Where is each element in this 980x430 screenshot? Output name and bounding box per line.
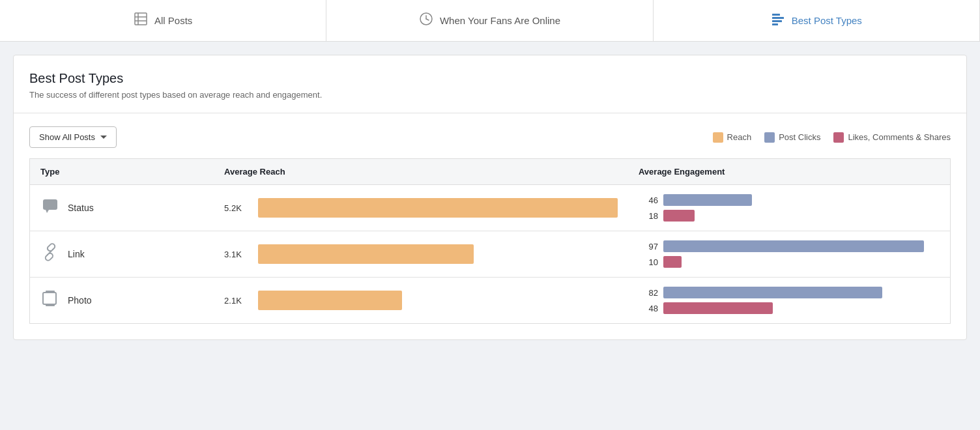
clicks-row: 82 [639,287,940,298]
likes-color-swatch [833,132,844,143]
table-row: Status 5.2K 46 18 [30,185,951,231]
legend-likes-comments-shares: Likes, Comments & Shares [833,132,951,143]
toolbar: Show All Posts Reach Post Clicks Likes, … [29,126,951,148]
show-all-posts-button[interactable]: Show All Posts [29,126,117,148]
reach-bar [258,198,618,218]
svg-rect-16 [46,304,55,306]
clicks-bar [663,194,752,206]
table-body: Status 5.2K 46 18 Link [30,185,951,324]
likes-row: 10 [639,256,940,268]
engagement-cell-link: 97 10 [628,231,951,278]
tab-best-post-types-label: Best Post Types [792,15,862,26]
tab-best-post-types[interactable]: Best Post Types [654,0,980,41]
engagement-cell-photo: 82 48 [628,278,951,324]
clicks-value: 97 [639,242,658,251]
type-cell-status: Status [30,185,214,231]
likes-row: 18 [639,210,940,222]
type-label: Status [68,203,94,213]
reach-cell-inner: 2.1K [224,291,618,310]
svg-rect-0 [135,13,147,25]
engagement-cell-inner: 97 10 [639,240,940,268]
type-cell-link: Link [30,231,214,278]
reach-value: 2.1K [224,296,250,306]
clicks-bar [663,240,924,252]
best-post-types-card: Best Post Types The success of different… [13,55,967,340]
engagement-cell-inner: 82 48 [639,287,940,314]
likes-bar [663,302,773,314]
card-subtitle: The success of different post types base… [29,90,951,100]
photo-icon [40,289,60,311]
reach-cell-inner: 5.2K [224,198,618,218]
reach-bar-container [258,198,618,218]
reach-color-swatch [713,132,723,143]
reach-cell-status: 5.2K [214,185,628,231]
main-content: Best Post Types The success of different… [0,42,980,353]
col-type: Type [30,159,214,185]
type-cell-inner: Photo [40,289,203,311]
col-avg-reach: Average Reach [214,159,628,185]
link-icon [40,243,60,265]
reach-cell-inner: 3.1K [224,244,618,264]
data-table: Type Average Reach Average Engagement St… [29,158,951,324]
engagement-cell-inner: 46 18 [639,194,940,222]
svg-rect-14 [43,293,56,304]
likes-value: 18 [639,211,658,221]
type-label: Link [68,249,85,259]
card-title: Best Post Types [29,71,951,86]
reach-cell-link: 3.1K [214,231,628,278]
speech-icon [40,197,60,219]
table-header-row: Type Average Reach Average Engagement [30,159,951,185]
reach-bar [258,291,402,310]
col-avg-engagement: Average Engagement [628,159,951,185]
svg-rect-15 [46,291,55,293]
type-cell-inner: Link [40,243,203,265]
svg-rect-7 [772,14,780,16]
tab-when-online-label: When Your Fans Are Online [440,15,560,26]
when-online-icon [419,12,433,29]
legend-post-clicks: Post Clicks [764,132,820,143]
svg-rect-11 [43,199,57,210]
table-header: Type Average Reach Average Engagement [30,159,951,185]
all-posts-icon [134,12,148,29]
reach-value: 5.2K [224,203,250,213]
tab-all-posts-label: All Posts [154,15,192,26]
tabs-bar: All Posts When Your Fans Are Online Best… [0,0,980,42]
clicks-bar [663,287,882,298]
type-cell-photo: Photo [30,278,214,324]
svg-rect-10 [772,23,778,25]
likes-bar [663,210,695,222]
reach-label: Reach [727,132,752,142]
best-post-types-icon [771,12,785,29]
clicks-row: 46 [639,194,940,206]
likes-bar [663,256,682,268]
tab-all-posts[interactable]: All Posts [0,0,326,41]
legend: Reach Post Clicks Likes, Comments & Shar… [713,132,951,143]
show-all-posts-label: Show All Posts [39,132,95,142]
likes-value: 48 [639,304,658,313]
likes-row: 48 [639,302,940,314]
tab-when-online[interactable]: When Your Fans Are Online [326,0,653,41]
type-label: Photo [68,295,92,306]
likes-label: Likes, Comments & Shares [848,132,951,142]
post-clicks-label: Post Clicks [779,132,820,142]
clicks-row: 97 [639,240,940,252]
svg-marker-12 [46,210,49,213]
svg-rect-8 [772,17,784,19]
dropdown-chevron-icon [100,136,107,139]
clicks-value: 82 [639,288,658,298]
legend-reach: Reach [713,132,752,143]
reach-bar-container [258,291,618,310]
reach-value: 3.1K [224,250,250,259]
reach-bar [258,244,474,264]
svg-rect-9 [772,20,782,22]
reach-bar-container [258,244,618,264]
table-row: Link 3.1K 97 10 [30,231,951,278]
table-row: Photo 2.1K 82 48 [30,278,951,324]
likes-value: 10 [639,257,658,267]
svg-line-6 [426,19,429,20]
engagement-cell-status: 46 18 [628,185,951,231]
reach-cell-photo: 2.1K [214,278,628,324]
clicks-value: 46 [639,195,658,205]
type-cell-inner: Status [40,197,203,219]
post-clicks-color-swatch [764,132,775,143]
